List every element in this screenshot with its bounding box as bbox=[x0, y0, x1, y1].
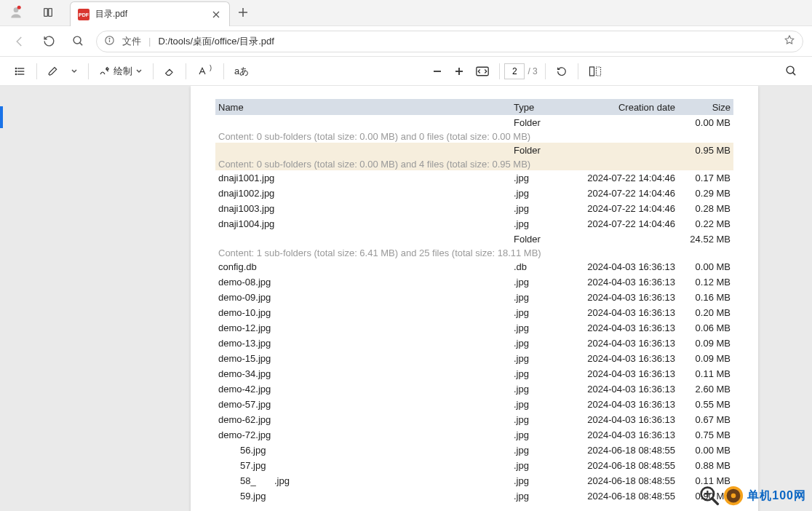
file-table: Name Type Creation date Size Folder0.00 … bbox=[215, 99, 733, 504]
highlight-button[interactable] bbox=[41, 60, 65, 82]
folder-row: Folder0.95 MB bbox=[215, 143, 733, 158]
pdf-page: Name Type Creation date Size Folder0.00 … bbox=[191, 86, 758, 511]
table-row: config.db.db2024-04-03 16:36:130.00 MB bbox=[215, 259, 733, 274]
svg-point-20 bbox=[15, 74, 16, 74]
table-row: dnaji1004.jpg.jpg2024-07-22 14:04:460.22… bbox=[215, 216, 733, 231]
new-tab-button[interactable] bbox=[230, 0, 256, 25]
svg-line-11 bbox=[79, 43, 82, 46]
folder-summary: Content: 0 sub-folders (total size: 0.00… bbox=[215, 130, 733, 143]
address-bar: 文件 | D:/tools/桌面/office/目录.pdf bbox=[0, 26, 812, 57]
svg-rect-27 bbox=[596, 67, 600, 76]
table-row: demo-34.jpg.jpg2024-04-03 16:36:130.11 M… bbox=[215, 366, 733, 381]
table-row: demo-13.jpg.jpg2024-04-03 16:36:130.09 M… bbox=[215, 336, 733, 351]
table-row: demo-72.jpg.jpg2024-04-03 16:36:130.75 M… bbox=[215, 427, 733, 443]
table-row: demo-15.jpg.jpg2024-04-03 16:36:130.09 M… bbox=[215, 351, 733, 366]
address-input[interactable]: 文件 | D:/tools/桌面/office/目录.pdf bbox=[96, 31, 803, 52]
zoom-out-button[interactable] bbox=[426, 60, 448, 82]
table-row: dnaji1003.jpg.jpg2024-07-22 14:04:460.28… bbox=[215, 201, 733, 216]
favorite-button[interactable] bbox=[784, 34, 795, 48]
svg-rect-2 bbox=[44, 9, 48, 17]
draw-button[interactable]: 绘制 bbox=[93, 60, 148, 82]
zoom-in-button[interactable] bbox=[448, 60, 470, 82]
pdf-icon: PDF bbox=[78, 9, 89, 20]
table-header: Name Type Creation date Size bbox=[215, 99, 733, 115]
address-protocol-label: 文件 bbox=[122, 35, 141, 48]
draw-label: 绘制 bbox=[114, 65, 132, 78]
text-button[interactable]: ) bbox=[191, 60, 219, 82]
table-row: demo-57.jpg.jpg2024-04-03 16:36:130.55 M… bbox=[215, 397, 733, 412]
profile-button[interactable] bbox=[0, 0, 32, 25]
page-number-input[interactable] bbox=[504, 63, 525, 79]
page-total-label: / 3 bbox=[525, 66, 540, 76]
page-view-button[interactable] bbox=[583, 60, 608, 82]
svg-line-29 bbox=[793, 73, 796, 76]
rotate-button[interactable] bbox=[550, 60, 573, 82]
refresh-button[interactable] bbox=[38, 31, 60, 52]
folder-row: Folder0.00 MB bbox=[215, 115, 733, 130]
svg-point-14 bbox=[109, 38, 110, 39]
contents-button[interactable] bbox=[9, 60, 32, 82]
table-row: 59.jpg.jpg2024-06-18 08:48:550.90 MB bbox=[215, 488, 733, 504]
table-row: demo-09.jpg.jpg2024-04-03 16:36:130.16 M… bbox=[215, 290, 733, 305]
col-size: Size bbox=[681, 102, 732, 113]
col-type: Type bbox=[514, 102, 579, 113]
table-row: demo-42.jpg.jpg2024-04-03 16:36:132.60 M… bbox=[215, 381, 733, 397]
info-icon bbox=[104, 35, 115, 48]
tab-list-button[interactable] bbox=[32, 0, 64, 25]
col-date: Creation date bbox=[579, 102, 681, 113]
svg-rect-26 bbox=[589, 67, 594, 76]
folder-summary: Content: 1 sub-folders (total size: 6.41… bbox=[215, 247, 733, 259]
svg-line-31 bbox=[712, 499, 718, 504]
browser-tab[interactable]: PDF 目录.pdf bbox=[70, 1, 230, 26]
svg-point-18 bbox=[15, 68, 16, 68]
svg-point-10 bbox=[73, 36, 81, 44]
folder-summary: Content: 0 sub-folders (total size: 0.00… bbox=[215, 158, 733, 170]
tab-title: 目录.pdf bbox=[95, 8, 204, 20]
pdf-viewport[interactable]: Name Type Creation date Size Folder0.00 … bbox=[0, 86, 812, 511]
table-row: dnaji1002.jpg.jpg2024-07-22 14:04:460.29… bbox=[215, 186, 733, 201]
table-row: demo-10.jpg.jpg2024-04-03 16:36:130.20 M… bbox=[215, 305, 733, 320]
search-button[interactable] bbox=[67, 31, 89, 52]
address-path: D:/tools/桌面/office/目录.pdf bbox=[158, 35, 274, 48]
table-row: demo-12.jpg.jpg2024-04-03 16:36:130.06 M… bbox=[215, 320, 733, 336]
table-row: demo-08.jpg.jpg2024-04-03 16:36:130.12 M… bbox=[215, 274, 733, 290]
folder-row: Folder24.52 MB bbox=[215, 231, 733, 247]
col-name: Name bbox=[215, 102, 514, 113]
find-button[interactable] bbox=[779, 60, 803, 82]
fit-button[interactable] bbox=[470, 60, 495, 82]
watermark-search-icon bbox=[699, 486, 720, 506]
back-button[interactable] bbox=[9, 31, 31, 52]
table-row: 58_ .jpg.jpg2024-06-18 08:48:550.11 MB bbox=[215, 473, 733, 488]
watermark-text: 单机100网 bbox=[747, 488, 806, 504]
pdf-toolbar: 绘制 ) aあ / 3 bbox=[0, 57, 812, 86]
svg-point-19 bbox=[15, 71, 16, 71]
svg-text:PDF: PDF bbox=[79, 12, 89, 17]
translate-button[interactable]: aあ bbox=[228, 60, 255, 82]
watermark-disc-icon bbox=[723, 485, 744, 507]
svg-point-36 bbox=[731, 494, 736, 499]
scroll-indicator bbox=[0, 106, 3, 128]
tab-close-button[interactable] bbox=[210, 9, 222, 20]
svg-rect-3 bbox=[49, 9, 52, 17]
table-row: 57.jpg.jpg2024-06-18 08:48:550.88 MB bbox=[215, 458, 733, 473]
highlight-dropdown[interactable] bbox=[65, 60, 84, 82]
browser-titlebar: PDF 目录.pdf bbox=[0, 0, 812, 26]
svg-point-1 bbox=[17, 6, 21, 9]
watermark: 单机100网 bbox=[699, 485, 806, 507]
table-row: demo-62.jpg.jpg2024-04-03 16:36:130.67 M… bbox=[215, 412, 733, 427]
table-row: dnaji1001.jpg.jpg2024-07-22 14:04:460.17… bbox=[215, 170, 733, 186]
table-row: 56.jpg.jpg2024-06-18 08:48:550.00 MB bbox=[215, 443, 733, 458]
svg-point-28 bbox=[787, 66, 794, 74]
erase-button[interactable] bbox=[158, 60, 181, 82]
